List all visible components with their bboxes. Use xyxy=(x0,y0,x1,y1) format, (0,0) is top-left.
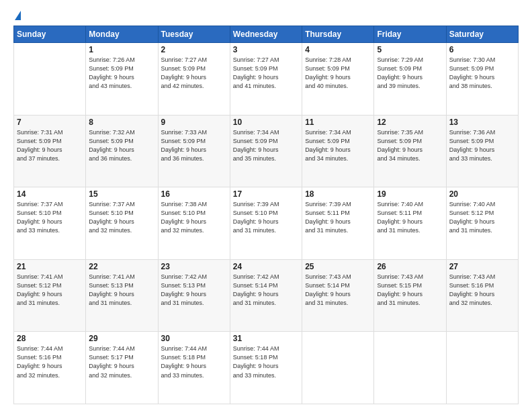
calendar-table: SundayMondayTuesdayWednesdayThursdayFrid… xyxy=(13,26,519,404)
page: SundayMondayTuesdayWednesdayThursdayFrid… xyxy=(0,0,532,411)
day-cell: 28Sunrise: 7:44 AMSunset: 5:16 PMDayligh… xyxy=(14,332,86,404)
day-number: 25 xyxy=(305,262,371,271)
day-number: 8 xyxy=(89,118,154,127)
day-cell: 27Sunrise: 7:43 AMSunset: 5:16 PMDayligh… xyxy=(446,259,518,332)
day-info: Sunrise: 7:38 AMSunset: 5:10 PMDaylight:… xyxy=(161,200,227,235)
day-info: Sunrise: 7:43 AMSunset: 5:16 PMDaylight:… xyxy=(449,273,515,308)
day-info: Sunrise: 7:40 AMSunset: 5:11 PMDaylight:… xyxy=(377,200,443,235)
day-info: Sunrise: 7:32 AMSunset: 5:09 PMDaylight:… xyxy=(89,128,154,163)
day-number: 15 xyxy=(89,189,154,199)
day-cell: 16Sunrise: 7:38 AMSunset: 5:10 PMDayligh… xyxy=(158,187,230,260)
week-row-3: 14Sunrise: 7:37 AMSunset: 5:10 PMDayligh… xyxy=(14,187,519,260)
calendar-header: SundayMondayTuesdayWednesdayThursdayFrid… xyxy=(14,26,519,43)
day-cell: 30Sunrise: 7:44 AMSunset: 5:18 PMDayligh… xyxy=(158,332,230,404)
day-number: 28 xyxy=(17,334,83,343)
day-info: Sunrise: 7:39 AMSunset: 5:11 PMDaylight:… xyxy=(305,200,371,235)
day-cell: 3Sunrise: 7:27 AMSunset: 5:09 PMDaylight… xyxy=(230,43,302,116)
week-row-4: 21Sunrise: 7:41 AMSunset: 5:12 PMDayligh… xyxy=(14,259,519,332)
day-number: 13 xyxy=(449,118,515,127)
day-number: 9 xyxy=(161,118,227,127)
day-cell: 18Sunrise: 7:39 AMSunset: 5:11 PMDayligh… xyxy=(302,187,374,260)
day-info: Sunrise: 7:41 AMSunset: 5:13 PMDaylight:… xyxy=(89,273,154,308)
day-info: Sunrise: 7:41 AMSunset: 5:12 PMDaylight:… xyxy=(17,273,83,308)
day-cell: 20Sunrise: 7:40 AMSunset: 5:12 PMDayligh… xyxy=(446,187,518,260)
calendar-body: 1Sunrise: 7:26 AMSunset: 5:09 PMDaylight… xyxy=(14,43,519,404)
day-number: 24 xyxy=(233,262,299,271)
day-info: Sunrise: 7:34 AMSunset: 5:09 PMDaylight:… xyxy=(305,128,371,163)
day-number: 31 xyxy=(233,334,299,343)
day-cell: 19Sunrise: 7:40 AMSunset: 5:11 PMDayligh… xyxy=(374,187,446,260)
day-cell xyxy=(14,43,86,116)
day-cell: 15Sunrise: 7:37 AMSunset: 5:10 PMDayligh… xyxy=(86,187,158,260)
day-cell: 13Sunrise: 7:36 AMSunset: 5:09 PMDayligh… xyxy=(446,115,518,187)
day-number: 6 xyxy=(449,45,515,54)
day-info: Sunrise: 7:44 AMSunset: 5:18 PMDaylight:… xyxy=(161,345,227,379)
day-cell xyxy=(446,332,518,404)
weekday-header-thursday: Thursday xyxy=(302,26,374,43)
day-number: 12 xyxy=(377,118,443,127)
day-cell: 4Sunrise: 7:28 AMSunset: 5:09 PMDaylight… xyxy=(302,43,374,116)
day-cell: 31Sunrise: 7:44 AMSunset: 5:18 PMDayligh… xyxy=(230,332,302,404)
day-number: 14 xyxy=(17,189,83,199)
day-number: 1 xyxy=(89,45,154,54)
day-cell: 10Sunrise: 7:34 AMSunset: 5:09 PMDayligh… xyxy=(230,115,302,187)
day-number: 21 xyxy=(17,262,83,271)
day-number: 3 xyxy=(233,45,299,54)
day-number: 5 xyxy=(377,45,443,54)
day-cell: 21Sunrise: 7:41 AMSunset: 5:12 PMDayligh… xyxy=(14,259,86,332)
day-number: 26 xyxy=(377,262,443,271)
day-cell: 1Sunrise: 7:26 AMSunset: 5:09 PMDaylight… xyxy=(86,43,158,116)
logo xyxy=(13,12,21,20)
logo-text xyxy=(13,12,21,20)
day-cell: 2Sunrise: 7:27 AMSunset: 5:09 PMDaylight… xyxy=(158,43,230,116)
day-info: Sunrise: 7:37 AMSunset: 5:10 PMDaylight:… xyxy=(17,200,83,235)
day-cell: 8Sunrise: 7:32 AMSunset: 5:09 PMDaylight… xyxy=(86,115,158,187)
day-cell: 9Sunrise: 7:33 AMSunset: 5:09 PMDaylight… xyxy=(158,115,230,187)
day-cell xyxy=(302,332,374,404)
day-cell: 22Sunrise: 7:41 AMSunset: 5:13 PMDayligh… xyxy=(86,259,158,332)
day-info: Sunrise: 7:42 AMSunset: 5:14 PMDaylight:… xyxy=(233,273,299,308)
day-number: 23 xyxy=(161,262,227,271)
day-number: 10 xyxy=(233,118,299,127)
weekday-header-wednesday: Wednesday xyxy=(230,26,302,43)
day-info: Sunrise: 7:37 AMSunset: 5:10 PMDaylight:… xyxy=(89,200,154,235)
day-info: Sunrise: 7:29 AMSunset: 5:09 PMDaylight:… xyxy=(377,56,443,91)
day-number: 18 xyxy=(305,189,371,199)
day-cell: 12Sunrise: 7:35 AMSunset: 5:09 PMDayligh… xyxy=(374,115,446,187)
day-info: Sunrise: 7:27 AMSunset: 5:09 PMDaylight:… xyxy=(161,56,227,91)
day-number: 4 xyxy=(305,45,371,54)
day-info: Sunrise: 7:26 AMSunset: 5:09 PMDaylight:… xyxy=(89,56,154,91)
weekday-header-tuesday: Tuesday xyxy=(158,26,230,43)
weekday-header-saturday: Saturday xyxy=(446,26,518,43)
day-number: 22 xyxy=(89,262,154,271)
day-info: Sunrise: 7:43 AMSunset: 5:15 PMDaylight:… xyxy=(377,273,443,308)
day-number: 19 xyxy=(377,189,443,199)
day-info: Sunrise: 7:27 AMSunset: 5:09 PMDaylight:… xyxy=(233,56,299,91)
day-info: Sunrise: 7:28 AMSunset: 5:09 PMDaylight:… xyxy=(305,56,371,91)
day-info: Sunrise: 7:40 AMSunset: 5:12 PMDaylight:… xyxy=(449,200,515,235)
day-cell: 5Sunrise: 7:29 AMSunset: 5:09 PMDaylight… xyxy=(374,43,446,116)
weekday-header-friday: Friday xyxy=(374,26,446,43)
week-row-1: 1Sunrise: 7:26 AMSunset: 5:09 PMDaylight… xyxy=(14,43,519,116)
day-info: Sunrise: 7:44 AMSunset: 5:17 PMDaylight:… xyxy=(89,345,154,379)
week-row-2: 7Sunrise: 7:31 AMSunset: 5:09 PMDaylight… xyxy=(14,115,519,187)
header xyxy=(13,12,519,20)
day-info: Sunrise: 7:35 AMSunset: 5:09 PMDaylight:… xyxy=(377,128,443,163)
day-number: 16 xyxy=(161,189,227,199)
day-info: Sunrise: 7:43 AMSunset: 5:14 PMDaylight:… xyxy=(305,273,371,308)
day-info: Sunrise: 7:42 AMSunset: 5:13 PMDaylight:… xyxy=(161,273,227,308)
day-info: Sunrise: 7:39 AMSunset: 5:10 PMDaylight:… xyxy=(233,200,299,235)
day-info: Sunrise: 7:30 AMSunset: 5:09 PMDaylight:… xyxy=(449,56,515,91)
day-cell: 25Sunrise: 7:43 AMSunset: 5:14 PMDayligh… xyxy=(302,259,374,332)
day-cell: 17Sunrise: 7:39 AMSunset: 5:10 PMDayligh… xyxy=(230,187,302,260)
day-info: Sunrise: 7:36 AMSunset: 5:09 PMDaylight:… xyxy=(449,128,515,163)
weekday-header-monday: Monday xyxy=(86,26,158,43)
day-number: 27 xyxy=(449,262,515,271)
day-info: Sunrise: 7:44 AMSunset: 5:16 PMDaylight:… xyxy=(17,345,83,379)
day-number: 17 xyxy=(233,189,299,199)
day-cell xyxy=(374,332,446,404)
day-info: Sunrise: 7:31 AMSunset: 5:09 PMDaylight:… xyxy=(17,128,83,163)
weekday-header-sunday: Sunday xyxy=(14,26,86,43)
logo-triangle-icon xyxy=(15,11,21,20)
day-info: Sunrise: 7:44 AMSunset: 5:18 PMDaylight:… xyxy=(233,345,299,379)
